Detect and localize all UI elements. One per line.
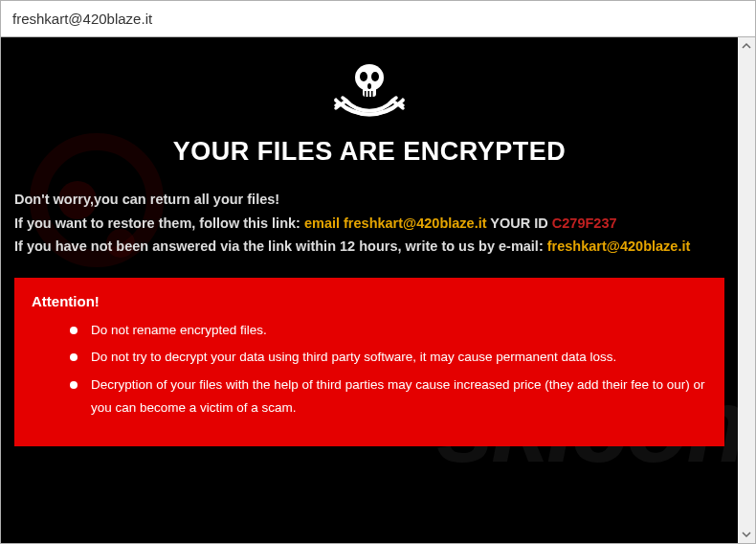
window-title: freshkart@420blaze.it xyxy=(12,11,152,27)
window-titlebar: freshkart@420blaze.it xyxy=(1,1,755,37)
attention-box: Attention! Do not rename encrypted files… xyxy=(14,278,724,446)
attention-list: Do not rename encrypted files. Do not tr… xyxy=(32,319,707,419)
svg-rect-5 xyxy=(365,91,367,97)
line2-mid: YOUR ID xyxy=(487,215,552,231)
svg-rect-6 xyxy=(368,91,370,97)
skull-wrap xyxy=(14,58,724,131)
content-wrap: sk.com xyxy=(1,37,755,543)
line2-prefix: If you want to restore them, follow this… xyxy=(14,215,304,231)
contact-email-link[interactable]: email freshkart@420blaze.it xyxy=(304,215,487,231)
app-window: freshkart@420blaze.it sk.com xyxy=(0,0,756,544)
svg-point-4 xyxy=(367,83,371,89)
list-item: Do not rename encrypted files. xyxy=(70,319,707,342)
main-title: YOUR FILES ARE ENCRYPTED xyxy=(14,137,724,167)
ransom-note: sk.com xyxy=(1,37,738,543)
svg-rect-7 xyxy=(371,91,373,97)
scroll-down-arrow-icon[interactable] xyxy=(738,526,755,543)
attention-title: Attention! xyxy=(32,293,707,309)
list-item: Decryption of your files with the help o… xyxy=(70,374,707,420)
svg-point-2 xyxy=(360,72,367,81)
intro-line-1: Don't worry,you can return all your file… xyxy=(14,188,724,212)
skull-crossbones-icon xyxy=(331,58,408,131)
svg-point-3 xyxy=(371,72,379,81)
intro-line-2: If you want to restore them, follow this… xyxy=(14,212,724,236)
intro-line-3: If you have not been answered via the li… xyxy=(14,235,724,259)
line3-prefix: If you have not been answered via the li… xyxy=(14,238,547,254)
scroll-up-arrow-icon[interactable] xyxy=(738,37,755,55)
victim-id: C279F237 xyxy=(552,215,617,231)
vertical-scrollbar[interactable] xyxy=(738,37,755,543)
contact-email-alt[interactable]: freshkart@420blaze.it xyxy=(547,238,691,254)
list-item: Do not try to decrypt your data using th… xyxy=(70,346,707,369)
